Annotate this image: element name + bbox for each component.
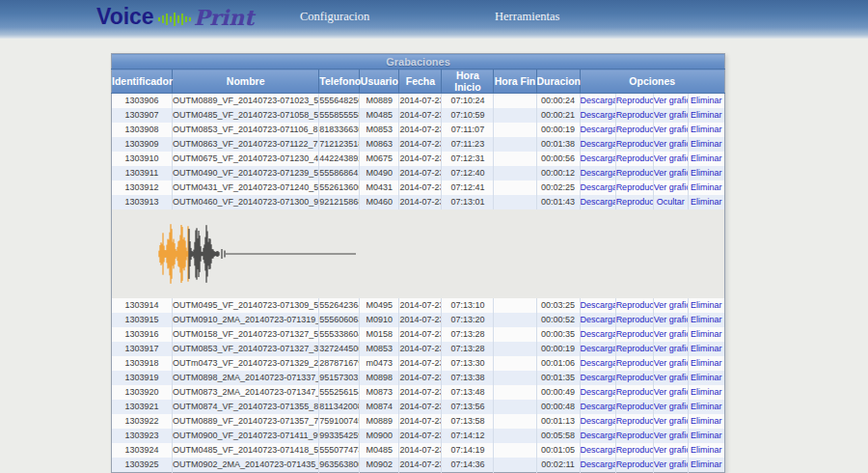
nav-configuracion[interactable]: Configuracion (300, 10, 369, 24)
descargar-link[interactable]: Descargar (581, 139, 616, 149)
ver-grafica-link[interactable]: Ver grafica (654, 329, 689, 339)
reproducir-link[interactable]: Reproducir (616, 329, 654, 339)
eliminar-link[interactable]: Eliminar (691, 329, 722, 339)
descargar-link[interactable]: Descargar (581, 110, 616, 120)
descargar-link[interactable]: Descargar (581, 431, 616, 440)
cell-nombre: OUTM0853_VF_20140723-071106_8183366302 (173, 123, 319, 137)
descargar-link[interactable]: Descargar (581, 168, 616, 178)
ver-grafica-link[interactable]: Ver grafica (654, 125, 689, 134)
reproducir-link[interactable]: Reproducir (616, 358, 654, 368)
reproducir-link[interactable]: Reproducir (616, 153, 654, 163)
reproducir-link[interactable]: Reproducir (616, 110, 654, 120)
column-header-hora-fin: Hora Fin (494, 70, 536, 94)
descargar-link[interactable]: Descargar (581, 96, 616, 105)
reproducir-link[interactable]: Reproducir (616, 139, 654, 149)
ver-grafica-link[interactable]: Ver grafica (654, 96, 689, 105)
cell-opcion: Ver grafica (653, 108, 688, 123)
eliminar-link[interactable]: Eliminar (691, 197, 722, 207)
cell-hora-fin (494, 195, 536, 209)
ver-grafica-link[interactable]: Ver grafica (654, 139, 689, 149)
eliminar-link[interactable]: Eliminar (691, 445, 722, 455)
descargar-link[interactable]: Descargar (581, 445, 616, 455)
eliminar-link[interactable]: Eliminar (691, 315, 722, 324)
cell-opcion: Ver grafica (653, 152, 688, 166)
reproducir-link[interactable]: Reproducir (616, 168, 654, 178)
ver-grafica-link[interactable]: Ver grafica (654, 168, 689, 178)
cell-nombre: OUTM0495_VF_20140723-071309_5526423643 (173, 298, 319, 313)
descargar-link[interactable]: Descargar (581, 459, 616, 469)
descargar-link[interactable]: Descargar (581, 315, 616, 324)
eliminar-link[interactable]: Eliminar (691, 96, 722, 105)
cell-opcion: Ver grafica (653, 443, 688, 458)
eliminar-link[interactable]: Eliminar (691, 139, 722, 149)
cell-duracion: 00:00:56 (536, 152, 580, 166)
descargar-link[interactable]: Descargar (581, 387, 616, 397)
ver-grafica-link[interactable]: Ver grafica (654, 344, 689, 353)
descargar-link[interactable]: Descargar (581, 358, 616, 368)
descargar-link[interactable]: Descargar (581, 402, 616, 411)
descargar-link[interactable]: Descargar (581, 329, 616, 339)
ver-grafica-link[interactable]: Ver grafica (654, 431, 689, 440)
eliminar-link[interactable]: Eliminar (691, 459, 722, 469)
descargar-link[interactable]: Descargar (581, 373, 616, 382)
eliminar-link[interactable]: Eliminar (691, 168, 722, 178)
nav-herramientas[interactable]: Herramientas (495, 10, 559, 24)
ver-grafica-link[interactable]: Ver grafica (654, 182, 689, 192)
reproducir-link[interactable]: Reproducir (616, 300, 654, 310)
eliminar-link[interactable]: Eliminar (691, 416, 722, 426)
reproducir-link[interactable]: Reproducir (616, 182, 654, 192)
cell-nombre: OUTM0889_VF_20140723-071023_5556482501 (173, 94, 319, 109)
cell-telefono: 9635638005 (319, 458, 360, 473)
cell-opcion: Ver grafica (653, 166, 688, 181)
ver-grafica-link[interactable]: Ver grafica (654, 110, 689, 120)
eliminar-link[interactable]: Eliminar (691, 153, 722, 163)
reproducir-link[interactable]: Reproducir (616, 402, 654, 411)
descargar-link[interactable]: Descargar (581, 344, 616, 353)
cell-opcion: Descargar (580, 414, 615, 429)
ver-grafica-link[interactable]: Ver grafica (654, 300, 689, 310)
eliminar-link[interactable]: Eliminar (691, 182, 722, 192)
reproducir-link[interactable]: Reproducir (616, 459, 654, 469)
reproducir-link[interactable]: Reproducir (616, 416, 654, 426)
descargar-link[interactable]: Descargar (581, 182, 616, 192)
ver-grafica-link[interactable]: Ver grafica (654, 373, 689, 382)
descargar-link[interactable]: Descargar (581, 416, 616, 426)
reproducir-link[interactable]: Reproducir (616, 445, 654, 455)
ocultar-link[interactable]: Ocultar (657, 197, 685, 207)
reproducir-link[interactable]: Reproducir (616, 431, 654, 440)
descargar-link[interactable]: Descargar (581, 153, 616, 163)
eliminar-link[interactable]: Eliminar (691, 358, 722, 368)
cell-identificador: 1303912 (112, 181, 173, 195)
cell-hora-fin (494, 342, 536, 356)
ver-grafica-link[interactable]: Ver grafica (654, 459, 689, 469)
descargar-link[interactable]: Descargar (581, 197, 616, 207)
eliminar-link[interactable]: Eliminar (691, 110, 722, 120)
reproducir-link[interactable]: Reproducir (616, 197, 654, 207)
eliminar-link[interactable]: Eliminar (691, 344, 722, 353)
cell-identificador: 1303919 (112, 371, 173, 385)
eliminar-link[interactable]: Eliminar (691, 402, 722, 411)
reproducir-link[interactable]: Reproducir (616, 96, 654, 105)
reproducir-link[interactable]: Reproducir (616, 125, 654, 134)
ver-grafica-link[interactable]: Ver grafica (654, 402, 689, 411)
eliminar-link[interactable]: Eliminar (691, 387, 722, 397)
ver-grafica-link[interactable]: Ver grafica (654, 387, 689, 397)
descargar-link[interactable]: Descargar (581, 125, 616, 134)
cell-usuario: M0431 (360, 181, 399, 195)
reproducir-link[interactable]: Reproducir (616, 373, 654, 382)
ver-grafica-link[interactable]: Ver grafica (654, 315, 689, 324)
reproducir-link[interactable]: Reproducir (616, 315, 654, 324)
ver-grafica-link[interactable]: Ver grafica (654, 445, 689, 455)
reproducir-link[interactable]: Reproducir (616, 344, 654, 353)
eliminar-link[interactable]: Eliminar (691, 431, 722, 440)
ver-grafica-link[interactable]: Ver grafica (654, 416, 689, 426)
descargar-link[interactable]: Descargar (581, 300, 616, 310)
reproducir-link[interactable]: Reproducir (616, 387, 654, 397)
eliminar-link[interactable]: Eliminar (691, 300, 722, 310)
cell-telefono: 5526136000 (319, 181, 360, 195)
column-header-duracion: Duracion (536, 70, 580, 94)
eliminar-link[interactable]: Eliminar (691, 373, 722, 382)
ver-grafica-link[interactable]: Ver grafica (654, 153, 689, 163)
eliminar-link[interactable]: Eliminar (691, 125, 722, 134)
ver-grafica-link[interactable]: Ver grafica (654, 358, 689, 368)
